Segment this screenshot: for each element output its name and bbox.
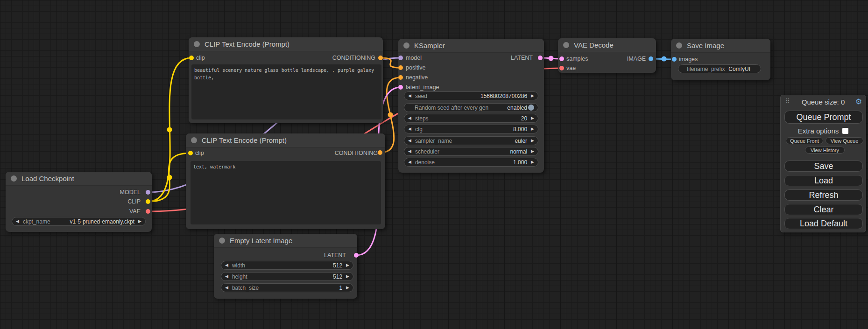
prompt-textarea[interactable]: text, watermark bbox=[191, 161, 381, 224]
output-dot-latent[interactable] bbox=[538, 56, 543, 60]
output-dot-conditioning[interactable] bbox=[378, 150, 382, 155]
widget-label: cfg bbox=[415, 126, 423, 133]
widget-value: euler bbox=[515, 138, 527, 144]
extra-options-label: Extra options bbox=[798, 127, 839, 135]
node-clip-negative-titlebar[interactable]: CLIP Text Encode (Prompt) bbox=[186, 133, 385, 147]
widget-label: denoise bbox=[415, 159, 435, 166]
input-dot-images[interactable] bbox=[672, 57, 677, 62]
input-dot-positive[interactable] bbox=[398, 65, 403, 70]
collapse-dot-icon[interactable] bbox=[191, 137, 197, 143]
output-dot-image[interactable] bbox=[649, 56, 653, 61]
output-dot-conditioning[interactable] bbox=[378, 56, 383, 60]
drag-handle-icon[interactable]: ⠿ bbox=[785, 98, 790, 105]
decrement-arrow-icon[interactable]: ◀ bbox=[408, 127, 411, 131]
toggle-circle-icon[interactable] bbox=[528, 105, 534, 111]
node-graph-canvas[interactable]: Load Checkpoint MODEL CLIP VAE ◀ ckpt_na… bbox=[0, 0, 868, 329]
collapse-dot-icon[interactable] bbox=[563, 42, 569, 48]
clear-button[interactable]: Clear bbox=[784, 204, 863, 215]
decrement-arrow-icon[interactable]: ◀ bbox=[408, 139, 411, 143]
output-dot-model[interactable] bbox=[146, 190, 150, 195]
node-vae-decode[interactable]: VAE Decode samples vae IMAGE bbox=[558, 38, 656, 73]
refresh-button[interactable]: Refresh bbox=[784, 189, 863, 201]
decrement-arrow-icon[interactable]: ◀ bbox=[16, 219, 19, 224]
decrement-arrow-icon[interactable]: ◀ bbox=[408, 116, 411, 120]
increment-arrow-icon[interactable]: ▶ bbox=[531, 139, 534, 143]
increment-arrow-icon[interactable]: ▶ bbox=[531, 127, 534, 131]
node-ksampler-titlebar[interactable]: KSampler bbox=[398, 39, 544, 53]
node-load-checkpoint-titlebar[interactable]: Load Checkpoint bbox=[6, 172, 152, 186]
output-dot-latent[interactable] bbox=[354, 253, 359, 258]
node-clip-text-encode-positive[interactable]: CLIP Text Encode (Prompt) clip CONDITION… bbox=[189, 37, 383, 123]
node-vae-decode-titlebar[interactable]: VAE Decode bbox=[558, 38, 656, 52]
input-label-vae: vae bbox=[566, 64, 576, 72]
collapse-dot-icon[interactable] bbox=[194, 41, 200, 47]
seed-widget[interactable]: ◀ seed 156680208700286 ▶ bbox=[404, 91, 538, 100]
cfg-widget[interactable]: ◀ cfg 8.000 ▶ bbox=[404, 125, 538, 133]
input-label-latent-image: latent_image bbox=[406, 84, 439, 91]
decrement-arrow-icon[interactable]: ◀ bbox=[225, 286, 228, 290]
settings-gear-icon[interactable]: ⚙ bbox=[855, 97, 862, 106]
input-dot-model[interactable] bbox=[398, 56, 403, 60]
load-default-button[interactable]: Load Default bbox=[784, 218, 863, 229]
node-clip-text-encode-negative[interactable]: CLIP Text Encode (Prompt) clip CONDITION… bbox=[186, 133, 385, 229]
steps-widget[interactable]: ◀ steps 20 ▶ bbox=[404, 114, 538, 123]
node-load-checkpoint[interactable]: Load Checkpoint MODEL CLIP VAE ◀ ckpt_na… bbox=[6, 172, 152, 232]
increment-arrow-icon[interactable]: ▶ bbox=[531, 116, 534, 120]
sampler-name-widget[interactable]: ◀ sampler_name euler ▶ bbox=[404, 136, 538, 145]
node-title: CLIP Text Encode (Prompt) bbox=[205, 40, 289, 48]
width-widget[interactable]: ◀ width 512 ▶ bbox=[221, 261, 353, 270]
prompt-textarea[interactable]: beautiful scenery nature glass bottle la… bbox=[191, 64, 381, 119]
node-title: Empty Latent Image bbox=[230, 237, 292, 245]
increment-arrow-icon[interactable]: ▶ bbox=[346, 286, 349, 290]
node-empty-latent-image[interactable]: Empty Latent Image LATENT ◀ width 512 ▶ … bbox=[214, 234, 357, 299]
increment-arrow-icon[interactable]: ▶ bbox=[531, 94, 534, 98]
decrement-arrow-icon[interactable]: ◀ bbox=[408, 149, 411, 154]
node-ksampler[interactable]: KSampler model positive negative latent_… bbox=[398, 39, 544, 173]
random-seed-toggle-widget[interactable]: Random seed after every gen enabled bbox=[404, 103, 538, 112]
input-label-clip: clip bbox=[196, 54, 205, 62]
node-title: Save Image bbox=[687, 42, 724, 49]
height-widget[interactable]: ◀ height 512 ▶ bbox=[221, 272, 353, 281]
increment-arrow-icon[interactable]: ▶ bbox=[531, 149, 534, 154]
queue-prompt-button[interactable]: Queue Prompt bbox=[784, 111, 863, 124]
decrement-arrow-icon[interactable]: ◀ bbox=[225, 263, 228, 267]
load-button[interactable]: Load bbox=[784, 175, 863, 186]
collapse-dot-icon[interactable] bbox=[11, 175, 17, 182]
increment-arrow-icon[interactable]: ▶ bbox=[346, 274, 349, 279]
input-dot-clip[interactable] bbox=[188, 151, 193, 155]
collapse-dot-icon[interactable] bbox=[219, 238, 225, 244]
input-dot-samples[interactable] bbox=[559, 56, 564, 61]
scheduler-widget[interactable]: ◀ scheduler normal ▶ bbox=[404, 147, 538, 156]
decrement-arrow-icon[interactable]: ◀ bbox=[225, 274, 228, 279]
view-history-button[interactable]: View History bbox=[805, 147, 845, 154]
increment-arrow-icon[interactable]: ▶ bbox=[138, 219, 141, 224]
node-clip-positive-titlebar[interactable]: CLIP Text Encode (Prompt) bbox=[189, 37, 383, 51]
filename-prefix-widget[interactable]: filename_prefix ComfyUI bbox=[678, 64, 761, 73]
ckpt-name-widget[interactable]: ◀ ckpt_name v1-5-pruned-emaonly.ckpt ▶ bbox=[12, 217, 146, 226]
widget-label: sampler_name bbox=[415, 138, 452, 144]
queue-panel[interactable]: ⠿ Queue size: 0 ⚙ Queue Prompt Extra opt… bbox=[780, 95, 866, 232]
collapse-dot-icon[interactable] bbox=[676, 42, 682, 49]
input-label-images: images bbox=[679, 56, 698, 63]
decrement-arrow-icon[interactable]: ◀ bbox=[408, 94, 411, 98]
denoise-widget[interactable]: ◀ denoise 1.000 ▶ bbox=[404, 158, 538, 167]
increment-arrow-icon[interactable]: ▶ bbox=[346, 263, 349, 267]
input-dot-negative[interactable] bbox=[398, 75, 403, 80]
output-dot-clip[interactable] bbox=[146, 199, 150, 204]
collapse-dot-icon[interactable] bbox=[403, 42, 409, 49]
node-save-image[interactable]: Save Image images filename_prefix ComfyU… bbox=[671, 39, 770, 80]
input-label-model: model bbox=[406, 54, 422, 62]
output-dot-vae[interactable] bbox=[146, 209, 150, 214]
save-button[interactable]: Save bbox=[784, 161, 863, 172]
extra-options-checkbox[interactable] bbox=[842, 128, 848, 134]
input-dot-vae[interactable] bbox=[559, 66, 564, 70]
decrement-arrow-icon[interactable]: ◀ bbox=[408, 160, 411, 164]
node-empty-latent-titlebar[interactable]: Empty Latent Image bbox=[214, 234, 357, 248]
input-dot-latent-image[interactable] bbox=[398, 85, 403, 90]
view-queue-button[interactable]: View Queue bbox=[826, 137, 863, 144]
queue-front-button[interactable]: Queue Front bbox=[786, 137, 823, 144]
batch-size-widget[interactable]: ◀ batch_size 1 ▶ bbox=[221, 283, 353, 292]
input-dot-clip[interactable] bbox=[189, 56, 194, 60]
node-save-image-titlebar[interactable]: Save Image bbox=[671, 39, 770, 53]
increment-arrow-icon[interactable]: ▶ bbox=[531, 160, 534, 164]
